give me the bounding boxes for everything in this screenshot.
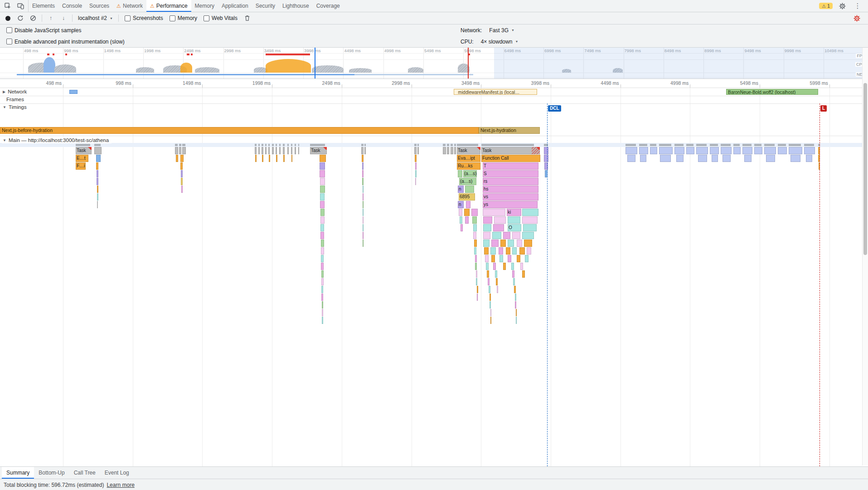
toolbar-checkbox-memory[interactable]: Memory: [166, 15, 200, 21]
tab-security[interactable]: Security: [252, 0, 279, 12]
flame-bar[interactable]: [295, 147, 296, 154]
flame-bar[interactable]: [515, 294, 516, 301]
flame-bar[interactable]: [485, 255, 489, 262]
flame-bar[interactable]: [362, 155, 364, 162]
learn-more-link[interactable]: Learn more: [107, 482, 134, 488]
flame-bar[interactable]: [517, 240, 522, 247]
flame-bar[interactable]: [179, 147, 181, 154]
flame-bar[interactable]: [258, 147, 260, 154]
tab-sources[interactable]: Sources: [86, 0, 113, 12]
flame-bar[interactable]: S: [483, 170, 538, 177]
flame-bar[interactable]: [262, 147, 263, 154]
flame-bar[interactable]: [515, 301, 516, 309]
flame-bar[interactable]: [363, 186, 364, 193]
timeline-overview[interactable]: 498 ms998 ms1498 ms1998 ms2498 ms2998 ms…: [0, 48, 868, 79]
flame-bar[interactable]: [519, 247, 525, 255]
flame-bar[interactable]: [544, 155, 548, 162]
flame-bar[interactable]: hs: [483, 186, 538, 193]
flame-bar[interactable]: [363, 209, 364, 216]
flame-bar[interactable]: [283, 155, 285, 162]
flame-bar[interactable]: [490, 317, 491, 324]
flame-bar[interactable]: [96, 155, 101, 162]
flame-bar[interactable]: Task: [457, 147, 480, 154]
flame-bar[interactable]: [320, 232, 324, 239]
toolbar-checkbox-web-vitals[interactable]: Web Vitals: [200, 15, 241, 21]
cpu-throttle-select[interactable]: 4× slowdown ▼: [478, 39, 521, 45]
user-timing-event[interactable]: Next.js-hydration: [479, 127, 540, 134]
tab-elements[interactable]: Elements: [29, 0, 58, 12]
flame-bar[interactable]: [525, 255, 529, 262]
flame-bar[interactable]: [640, 155, 646, 162]
scrollbar-thumb[interactable]: [863, 83, 867, 255]
marker-chip-l[interactable]: L: [820, 105, 827, 112]
flame-bar[interactable]: [474, 240, 477, 247]
bottom-tab-summary[interactable]: Summary: [2, 467, 34, 479]
flame-bar[interactable]: [514, 286, 516, 293]
flame-bar[interactable]: Ru…ks: [457, 162, 480, 170]
flame-bar[interactable]: [473, 224, 477, 231]
tab-console[interactable]: Console: [58, 0, 86, 12]
flame-bar[interactable]: [764, 147, 776, 154]
flame-bar[interactable]: [180, 162, 183, 170]
flame-bar[interactable]: [522, 216, 538, 224]
flame-bar[interactable]: [269, 155, 270, 162]
flame-bar[interactable]: [804, 147, 815, 154]
flame-bar[interactable]: [255, 155, 257, 162]
flame-bar[interactable]: [320, 224, 324, 231]
flame-bar[interactable]: Task: [310, 147, 327, 154]
flame-bar[interactable]: [298, 147, 299, 154]
tab-coverage[interactable]: Coverage: [313, 0, 344, 12]
scrollbar[interactable]: [862, 48, 868, 466]
timings-track-header[interactable]: ▼ Timings: [2, 104, 29, 110]
flame-bar[interactable]: [97, 193, 98, 201]
user-timing-event[interactable]: Next.js-before-hydration: [0, 127, 479, 134]
flame-bar[interactable]: [512, 270, 514, 278]
flame-bar[interactable]: [415, 155, 417, 162]
flame-bar[interactable]: [487, 270, 489, 278]
flame-bar[interactable]: [320, 155, 326, 162]
bottom-tab-event-log[interactable]: Event Log: [100, 467, 134, 479]
flame-bar[interactable]: [255, 147, 257, 154]
flame-bar[interactable]: Function Call: [481, 155, 540, 162]
network-track-header[interactable]: ▶ Network: [2, 88, 29, 95]
flame-bar[interactable]: [490, 294, 491, 301]
flame-bar[interactable]: [97, 170, 98, 177]
flame-bar[interactable]: [512, 247, 517, 255]
flame-bar[interactable]: [660, 155, 671, 162]
flame-bar[interactable]: [491, 240, 499, 247]
flame-bar[interactable]: [512, 232, 520, 239]
flame-bar[interactable]: [789, 147, 802, 154]
flame-bar[interactable]: vs: [483, 193, 538, 201]
flame-bar[interactable]: [321, 255, 324, 262]
flame-bar[interactable]: [181, 186, 183, 193]
flame-bar[interactable]: [483, 232, 490, 239]
flame-bar[interactable]: [474, 247, 476, 255]
flame-bar[interactable]: [454, 147, 456, 154]
flame-bar[interactable]: [489, 286, 490, 293]
main-track-header[interactable]: ▼ Main — http://localhost:3000/test-sc/a…: [2, 137, 112, 143]
flame-bar[interactable]: [493, 263, 496, 270]
delete-profile-icon[interactable]: [242, 12, 253, 24]
flame-bar[interactable]: [320, 170, 325, 177]
more-menu-icon[interactable]: ⋮: [852, 0, 863, 12]
flame-bar[interactable]: [476, 278, 477, 285]
flame-bar[interactable]: [321, 294, 323, 301]
flame-bar[interactable]: [626, 147, 637, 154]
flame-bar[interactable]: [488, 278, 490, 285]
flame-bar[interactable]: [806, 155, 812, 162]
flame-bar[interactable]: [522, 232, 534, 239]
flame-bar[interactable]: [496, 278, 498, 285]
flame-bar[interactable]: [712, 155, 718, 162]
flame-bar[interactable]: n: [458, 186, 464, 193]
settings-gear-icon[interactable]: [836, 0, 848, 12]
flame-bar[interactable]: [483, 224, 491, 231]
flame-bar[interactable]: [175, 147, 178, 154]
flame-bar[interactable]: T: [483, 162, 538, 170]
flame-bar[interactable]: [483, 216, 492, 224]
flame-bar[interactable]: [262, 155, 263, 162]
flame-bar[interactable]: [721, 147, 732, 154]
flame-bar[interactable]: [276, 155, 277, 162]
flame-bar[interactable]: [503, 232, 510, 239]
flame-bar[interactable]: [650, 147, 657, 154]
flame-bar[interactable]: [544, 147, 548, 154]
